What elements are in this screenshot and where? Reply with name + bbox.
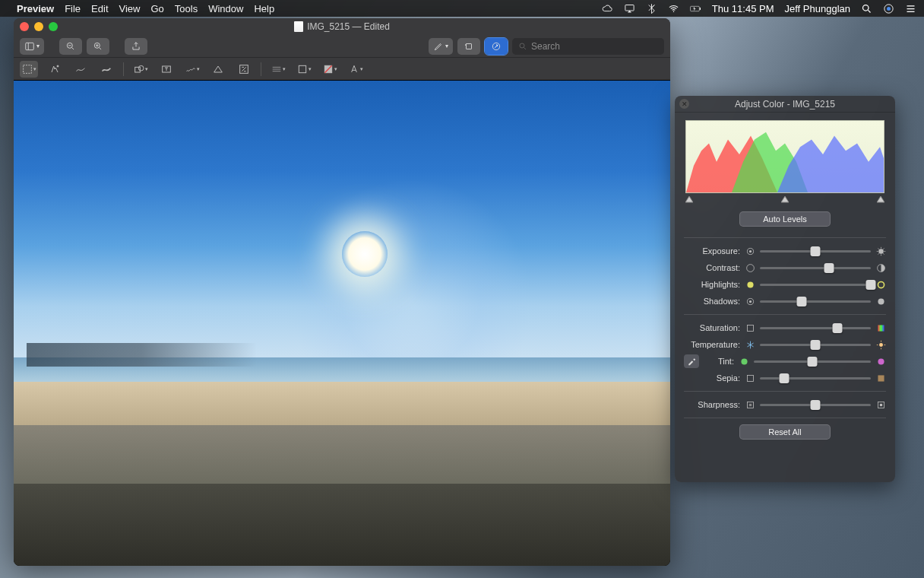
adjust-color-button[interactable] — [209, 61, 227, 78]
slider-exposure: Exposure: — [675, 243, 895, 259]
draw-tool-button[interactable] — [97, 61, 115, 78]
markup-toolbar: ▾ ▾ ▾ ▾ ▾ ▾ ▾ — [14, 58, 670, 81]
border-color-button[interactable]: ▾ — [295, 61, 313, 78]
shadows-high-icon — [875, 296, 886, 306]
rotate-button[interactable] — [457, 38, 480, 55]
slider-highlights: Highlights: — [675, 276, 895, 293]
panel-title-text: Adjust Color - IMG_5215 — [735, 99, 835, 110]
menu-go[interactable]: Go — [150, 3, 163, 14]
histogram-white-point-handle[interactable] — [877, 196, 884, 204]
sharpness-slider[interactable] — [760, 404, 871, 406]
tint-magenta-icon — [875, 356, 886, 367]
svg-point-16 — [138, 65, 144, 71]
panel-titlebar[interactable]: ✕ Adjust Color - IMG_5215 — [675, 96, 895, 113]
sharpness-low-icon — [745, 399, 755, 410]
siri-icon[interactable] — [883, 3, 894, 14]
highlights-low-icon — [745, 279, 755, 290]
highlight-button[interactable]: ▾ — [429, 38, 453, 55]
window-title: IMG_5215 — Edited — [307, 21, 390, 32]
window-close-button[interactable] — [20, 22, 29, 31]
menu-tools[interactable]: Tools — [175, 3, 198, 14]
highlights-slider[interactable] — [760, 284, 871, 286]
wifi-icon[interactable] — [668, 3, 679, 14]
slider-sharpness: Sharpness: — [675, 396, 895, 413]
zoom-out-button[interactable] — [59, 38, 82, 55]
menu-help[interactable]: Help — [254, 3, 274, 14]
window-titlebar[interactable]: IMG_5215 — Edited — [14, 18, 670, 35]
svg-point-24 — [878, 249, 884, 254]
svg-rect-7 — [26, 43, 34, 49]
menu-file[interactable]: File — [65, 3, 81, 14]
share-button[interactable] — [125, 38, 147, 55]
bluetooth-icon[interactable] — [646, 3, 657, 14]
contrast-slider[interactable] — [760, 267, 871, 269]
notification-center-icon[interactable] — [905, 3, 916, 14]
slider-shadows: Shadows: — [675, 293, 895, 310]
histogram-handles — [685, 196, 884, 204]
tint-slider[interactable] — [754, 360, 871, 363]
battery-icon[interactable] — [690, 3, 701, 14]
exposure-high-icon — [875, 246, 886, 256]
menu-window[interactable]: Window — [208, 3, 243, 14]
creative-cloud-icon[interactable] — [602, 3, 613, 14]
histogram[interactable] — [685, 120, 884, 193]
zoom-in-button[interactable] — [87, 38, 109, 55]
svg-rect-32 — [747, 325, 753, 331]
saturation-low-icon — [745, 322, 755, 333]
svg-point-28 — [878, 281, 884, 287]
exposure-slider[interactable] — [760, 250, 871, 252]
sepia-slider[interactable] — [760, 377, 871, 380]
svg-point-35 — [741, 358, 747, 364]
panel-close-button[interactable]: ✕ — [679, 99, 689, 109]
selection-tool-button[interactable]: ▾ — [20, 61, 38, 78]
svg-rect-33 — [878, 325, 884, 331]
text-tool-button[interactable] — [157, 61, 176, 78]
svg-point-27 — [747, 281, 753, 287]
contrast-low-icon — [745, 262, 755, 273]
svg-rect-0 — [625, 5, 634, 11]
slider-contrast: Contrast: — [675, 259, 895, 276]
menu-edit[interactable]: Edit — [91, 3, 108, 14]
exposure-low-icon — [745, 246, 755, 256]
sepia-low-icon — [745, 373, 755, 383]
search-field[interactable]: Search — [512, 38, 664, 55]
tint-eyedropper-button[interactable] — [684, 354, 699, 368]
svg-rect-19 — [299, 65, 305, 72]
auto-levels-button[interactable]: Auto Levels — [739, 211, 831, 227]
histogram-mid-point-handle[interactable] — [781, 196, 789, 204]
sidebar-toggle-button[interactable]: ▾ — [20, 38, 44, 55]
preview-window: IMG_5215 — Edited ▾ ▾ Search ▾ ▾ ▾ ▾ ▾ ▾… — [14, 18, 670, 566]
temperature-cold-icon — [745, 339, 755, 350]
temperature-slider[interactable] — [760, 344, 871, 346]
histogram-black-point-handle[interactable] — [685, 196, 693, 204]
slider-tint: Tint: — [675, 353, 895, 370]
saturation-slider[interactable] — [760, 327, 871, 329]
reset-all-button[interactable]: Reset All — [739, 424, 831, 440]
fill-color-button[interactable]: ▾ — [321, 61, 339, 78]
menu-view[interactable]: View — [119, 3, 141, 14]
svg-point-25 — [746, 264, 754, 272]
instant-alpha-button[interactable] — [46, 61, 64, 78]
image-canvas[interactable] — [14, 81, 670, 566]
app-name[interactable]: Preview — [17, 3, 54, 14]
spotlight-icon[interactable] — [861, 3, 872, 14]
svg-rect-13 — [24, 65, 32, 73]
line-style-button[interactable]: ▾ — [269, 61, 287, 78]
shadows-slider[interactable] — [760, 300, 871, 303]
menubar-user[interactable]: Jeff Phungglan — [785, 3, 851, 14]
main-toolbar: ▾ ▾ Search — [14, 35, 670, 58]
temperature-warm-icon — [875, 339, 886, 350]
sign-button[interactable]: ▾ — [183, 61, 201, 78]
adjust-size-button[interactable] — [235, 61, 253, 78]
highlights-high-icon — [875, 279, 886, 290]
markup-toggle-button[interactable] — [485, 38, 508, 55]
font-style-button[interactable]: ▾ — [346, 61, 365, 78]
window-minimize-button[interactable] — [34, 22, 43, 31]
svg-point-36 — [878, 358, 884, 364]
sketch-tool-button[interactable] — [71, 61, 90, 78]
airplay-icon[interactable] — [624, 3, 635, 14]
window-zoom-button[interactable] — [49, 22, 58, 31]
shapes-button[interactable]: ▾ — [131, 61, 150, 78]
svg-point-34 — [879, 343, 883, 347]
menubar-clock[interactable]: Thu 11:45 PM — [712, 3, 774, 14]
